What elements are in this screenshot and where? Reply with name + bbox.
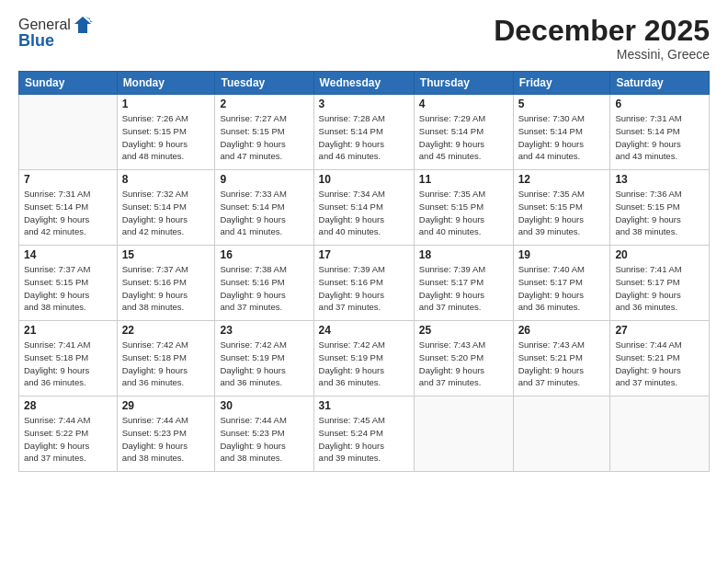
day-info: Sunrise: 7:45 AMSunset: 5:24 PMDaylight:… bbox=[319, 414, 409, 465]
calendar-cell: 23Sunrise: 7:42 AMSunset: 5:19 PMDayligh… bbox=[215, 321, 313, 396]
day-number: 9 bbox=[220, 173, 308, 186]
day-number: 11 bbox=[419, 173, 508, 186]
calendar-cell: 14Sunrise: 7:37 AMSunset: 5:15 PMDayligh… bbox=[19, 246, 118, 321]
day-number: 8 bbox=[122, 173, 210, 186]
calendar-cell bbox=[19, 95, 118, 170]
header: General Blue December 2025 Messini, Gree… bbox=[18, 15, 710, 62]
day-info: Sunrise: 7:39 AMSunset: 5:16 PMDaylight:… bbox=[319, 263, 409, 314]
day-info: Sunrise: 7:29 AMSunset: 5:14 PMDaylight:… bbox=[419, 112, 508, 163]
calendar-cell: 8Sunrise: 7:32 AMSunset: 5:14 PMDaylight… bbox=[117, 170, 215, 246]
day-info: Sunrise: 7:40 AMSunset: 5:17 PMDaylight:… bbox=[518, 263, 606, 314]
day-info: Sunrise: 7:33 AMSunset: 5:14 PMDaylight:… bbox=[220, 188, 308, 238]
day-header-tuesday: Tuesday bbox=[215, 72, 313, 95]
day-number: 25 bbox=[419, 324, 508, 337]
calendar-cell: 20Sunrise: 7:41 AMSunset: 5:17 PMDayligh… bbox=[610, 246, 710, 321]
day-info: Sunrise: 7:34 AMSunset: 5:14 PMDaylight:… bbox=[319, 188, 409, 238]
day-number: 22 bbox=[122, 324, 210, 337]
day-number: 13 bbox=[615, 173, 704, 186]
calendar-cell: 28Sunrise: 7:44 AMSunset: 5:22 PMDayligh… bbox=[19, 396, 118, 472]
calendar-cell: 3Sunrise: 7:28 AMSunset: 5:14 PMDaylight… bbox=[313, 95, 414, 170]
day-header-monday: Monday bbox=[117, 72, 215, 95]
day-header-saturday: Saturday bbox=[610, 72, 710, 95]
day-number: 26 bbox=[518, 324, 606, 337]
day-header-wednesday: Wednesday bbox=[313, 72, 414, 95]
day-number: 20 bbox=[615, 248, 704, 261]
calendar-cell: 7Sunrise: 7:31 AMSunset: 5:14 PMDaylight… bbox=[19, 170, 118, 246]
calendar-cell: 11Sunrise: 7:35 AMSunset: 5:15 PMDayligh… bbox=[414, 170, 513, 246]
day-number: 24 bbox=[319, 324, 409, 337]
day-number: 5 bbox=[518, 98, 606, 110]
day-number: 31 bbox=[319, 399, 409, 412]
calendar-cell: 19Sunrise: 7:40 AMSunset: 5:17 PMDayligh… bbox=[513, 246, 610, 321]
calendar-cell: 10Sunrise: 7:34 AMSunset: 5:14 PMDayligh… bbox=[313, 170, 414, 246]
day-number: 12 bbox=[518, 173, 606, 186]
logo: General Blue bbox=[18, 15, 93, 51]
calendar-cell: 21Sunrise: 7:41 AMSunset: 5:18 PMDayligh… bbox=[19, 321, 118, 396]
calendar-cell: 12Sunrise: 7:35 AMSunset: 5:15 PMDayligh… bbox=[513, 170, 610, 246]
calendar-cell: 16Sunrise: 7:38 AMSunset: 5:16 PMDayligh… bbox=[215, 246, 313, 321]
day-number: 2 bbox=[220, 98, 308, 110]
day-info: Sunrise: 7:44 AMSunset: 5:21 PMDaylight:… bbox=[615, 339, 704, 389]
calendar-cell: 27Sunrise: 7:44 AMSunset: 5:21 PMDayligh… bbox=[610, 321, 710, 396]
day-number: 7 bbox=[24, 173, 112, 186]
day-info: Sunrise: 7:32 AMSunset: 5:14 PMDaylight:… bbox=[122, 188, 210, 238]
day-number: 29 bbox=[122, 399, 210, 412]
day-number: 15 bbox=[122, 248, 210, 261]
day-info: Sunrise: 7:27 AMSunset: 5:15 PMDaylight:… bbox=[220, 112, 308, 163]
day-number: 3 bbox=[319, 98, 409, 110]
day-number: 17 bbox=[319, 248, 409, 261]
day-info: Sunrise: 7:31 AMSunset: 5:14 PMDaylight:… bbox=[24, 188, 112, 238]
calendar-cell bbox=[414, 396, 513, 472]
calendar-cell: 1Sunrise: 7:26 AMSunset: 5:15 PMDaylight… bbox=[117, 95, 215, 170]
subtitle: Messini, Greece bbox=[494, 47, 710, 62]
day-info: Sunrise: 7:38 AMSunset: 5:16 PMDaylight:… bbox=[220, 263, 308, 314]
day-info: Sunrise: 7:30 AMSunset: 5:14 PMDaylight:… bbox=[518, 112, 606, 163]
day-info: Sunrise: 7:28 AMSunset: 5:14 PMDaylight:… bbox=[319, 112, 409, 163]
day-info: Sunrise: 7:42 AMSunset: 5:18 PMDaylight:… bbox=[122, 339, 210, 389]
day-number: 19 bbox=[518, 248, 606, 261]
calendar-cell: 30Sunrise: 7:44 AMSunset: 5:23 PMDayligh… bbox=[215, 396, 313, 472]
day-info: Sunrise: 7:44 AMSunset: 5:22 PMDaylight:… bbox=[24, 414, 112, 465]
day-info: Sunrise: 7:35 AMSunset: 5:15 PMDaylight:… bbox=[518, 188, 606, 238]
day-number: 1 bbox=[122, 98, 210, 110]
month-title: December 2025 bbox=[494, 15, 710, 47]
day-number: 21 bbox=[24, 324, 112, 337]
logo-icon bbox=[73, 15, 93, 35]
day-number: 27 bbox=[615, 324, 704, 337]
day-info: Sunrise: 7:41 AMSunset: 5:17 PMDaylight:… bbox=[615, 263, 704, 314]
day-info: Sunrise: 7:42 AMSunset: 5:19 PMDaylight:… bbox=[319, 339, 409, 389]
day-info: Sunrise: 7:42 AMSunset: 5:19 PMDaylight:… bbox=[220, 339, 308, 389]
day-info: Sunrise: 7:31 AMSunset: 5:14 PMDaylight:… bbox=[615, 112, 704, 163]
calendar-cell: 15Sunrise: 7:37 AMSunset: 5:16 PMDayligh… bbox=[117, 246, 215, 321]
calendar-cell: 6Sunrise: 7:31 AMSunset: 5:14 PMDaylight… bbox=[610, 95, 710, 170]
day-info: Sunrise: 7:44 AMSunset: 5:23 PMDaylight:… bbox=[220, 414, 308, 465]
day-info: Sunrise: 7:35 AMSunset: 5:15 PMDaylight:… bbox=[419, 188, 508, 238]
calendar-cell: 31Sunrise: 7:45 AMSunset: 5:24 PMDayligh… bbox=[313, 396, 414, 472]
calendar-cell: 18Sunrise: 7:39 AMSunset: 5:17 PMDayligh… bbox=[414, 246, 513, 321]
day-number: 10 bbox=[319, 173, 409, 186]
calendar-cell: 4Sunrise: 7:29 AMSunset: 5:14 PMDaylight… bbox=[414, 95, 513, 170]
calendar-cell: 5Sunrise: 7:30 AMSunset: 5:14 PMDaylight… bbox=[513, 95, 610, 170]
calendar-cell: 13Sunrise: 7:36 AMSunset: 5:15 PMDayligh… bbox=[610, 170, 710, 246]
day-number: 30 bbox=[220, 399, 308, 412]
day-header-sunday: Sunday bbox=[19, 72, 118, 95]
day-number: 18 bbox=[419, 248, 508, 261]
day-info: Sunrise: 7:43 AMSunset: 5:20 PMDaylight:… bbox=[419, 339, 508, 389]
calendar-cell bbox=[610, 396, 710, 472]
calendar-cell: 9Sunrise: 7:33 AMSunset: 5:14 PMDaylight… bbox=[215, 170, 313, 246]
day-info: Sunrise: 7:39 AMSunset: 5:17 PMDaylight:… bbox=[419, 263, 508, 314]
day-info: Sunrise: 7:43 AMSunset: 5:21 PMDaylight:… bbox=[518, 339, 606, 389]
day-info: Sunrise: 7:44 AMSunset: 5:23 PMDaylight:… bbox=[122, 414, 210, 465]
day-number: 6 bbox=[615, 98, 704, 110]
calendar-cell: 29Sunrise: 7:44 AMSunset: 5:23 PMDayligh… bbox=[117, 396, 215, 472]
day-number: 4 bbox=[419, 98, 508, 110]
calendar-cell: 24Sunrise: 7:42 AMSunset: 5:19 PMDayligh… bbox=[313, 321, 414, 396]
calendar-cell: 17Sunrise: 7:39 AMSunset: 5:16 PMDayligh… bbox=[313, 246, 414, 321]
day-info: Sunrise: 7:41 AMSunset: 5:18 PMDaylight:… bbox=[24, 339, 112, 389]
calendar-cell: 26Sunrise: 7:43 AMSunset: 5:21 PMDayligh… bbox=[513, 321, 610, 396]
calendar-cell bbox=[513, 396, 610, 472]
day-info: Sunrise: 7:36 AMSunset: 5:15 PMDaylight:… bbox=[615, 188, 704, 238]
day-number: 16 bbox=[220, 248, 308, 261]
calendar-cell: 25Sunrise: 7:43 AMSunset: 5:20 PMDayligh… bbox=[414, 321, 513, 396]
day-number: 23 bbox=[220, 324, 308, 337]
